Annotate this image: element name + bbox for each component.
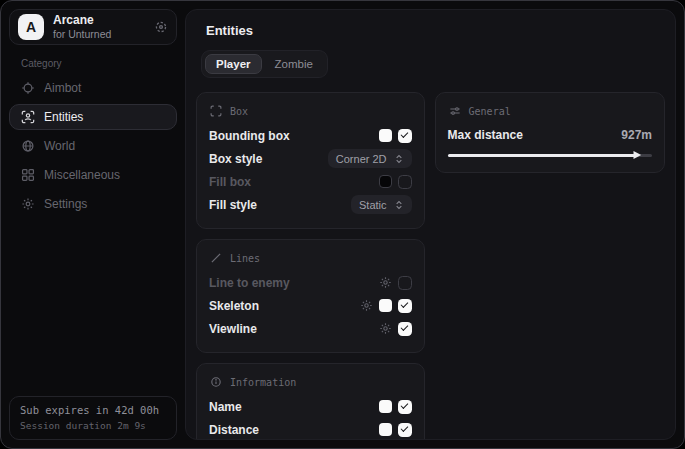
chevrons-up-down-icon — [394, 154, 404, 164]
tab-zombie[interactable]: Zombie — [264, 54, 324, 74]
setting-row-line-to-enemy: Line to enemy — [209, 271, 412, 294]
color-swatch[interactable] — [379, 129, 392, 142]
general-section: General Max distance 927m — [435, 92, 665, 173]
setting-row-fill-box: Fill box — [209, 170, 412, 193]
sidebar-item-miscellaneous[interactable]: Miscellaneous — [9, 162, 177, 188]
subscription-status: Sub expires in 42d 00h Session duration … — [9, 396, 177, 440]
sliders-icon — [449, 105, 461, 117]
section-title: Information — [230, 377, 296, 388]
checkbox[interactable] — [398, 276, 412, 290]
row-settings-gear-icon[interactable] — [379, 276, 392, 289]
sidebar-item-entities[interactable]: Entities — [9, 104, 177, 130]
sidebar-nav: Aimbot Entities World — [9, 75, 177, 217]
sidebar-item-label: World — [44, 139, 75, 153]
color-swatch[interactable] — [379, 175, 392, 188]
category-label: Category — [21, 58, 177, 69]
box-section: Box Bounding box Box style Corner 2D — [196, 92, 425, 229]
globe-icon — [21, 139, 35, 153]
tab-player[interactable]: Player — [205, 54, 262, 74]
row-settings-gear-icon[interactable] — [379, 322, 392, 335]
row-settings-gear-icon[interactable] — [360, 299, 373, 312]
checkbox[interactable] — [398, 129, 412, 143]
box-corners-icon — [210, 105, 222, 117]
page-title: Entities — [206, 23, 665, 38]
max-distance-slider[interactable] — [448, 150, 652, 160]
sidebar-item-settings[interactable]: Settings — [9, 191, 177, 217]
info-icon — [210, 376, 222, 388]
sidebar-item-aimbot[interactable]: Aimbot — [9, 75, 177, 101]
slider-thumb[interactable] — [633, 151, 642, 160]
app-logo: A — [18, 14, 44, 40]
slider-fill — [448, 154, 635, 157]
sidebar-item-label: Entities — [44, 110, 83, 124]
brand-title: Arcane — [53, 14, 145, 28]
setting-row-box-style: Box style Corner 2D — [209, 147, 412, 170]
select-value: Static — [359, 199, 387, 211]
diagonal-line-icon — [210, 252, 222, 264]
box-style-select[interactable]: Corner 2D — [328, 149, 412, 168]
logo-letter: A — [26, 19, 36, 35]
checkbox[interactable] — [398, 423, 412, 437]
checkbox[interactable] — [398, 322, 412, 336]
brand-subtitle: for Unturned — [53, 28, 145, 40]
color-swatch[interactable] — [379, 400, 392, 413]
checkbox[interactable] — [398, 299, 412, 313]
gear-icon — [21, 197, 35, 211]
sub-expiry-text: Sub expires in 42d 00h — [20, 403, 166, 419]
setting-row-fill-style: Fill style Static — [209, 193, 412, 216]
lines-section: Lines Line to enemy — [196, 239, 425, 353]
sidebar-item-label: Settings — [44, 197, 87, 211]
checkbox[interactable] — [398, 175, 412, 189]
app-window: A Arcane for Unturned Category Aimbo — [0, 0, 685, 449]
setting-row-name: Name — [209, 395, 412, 418]
setting-row-distance: Distance — [209, 418, 412, 440]
person-scan-icon — [21, 110, 35, 124]
setting-row-max-distance: Max distance 927m — [448, 124, 652, 146]
sidebar-item-world[interactable]: World — [9, 133, 177, 159]
section-title: General — [469, 106, 511, 117]
main-panel: Entities Player Zombie Box — [185, 9, 676, 440]
sync-icon[interactable] — [154, 20, 168, 34]
setting-row-skeleton: Skeleton — [209, 294, 412, 317]
color-swatch[interactable] — [379, 423, 392, 436]
brand-card: A Arcane for Unturned — [9, 9, 177, 45]
chevrons-up-down-icon — [394, 200, 404, 210]
crosshair-icon — [21, 81, 35, 95]
section-title: Lines — [230, 253, 260, 264]
sidebar: A Arcane for Unturned Category Aimbo — [1, 1, 185, 448]
checkbox[interactable] — [398, 400, 412, 414]
fill-style-select[interactable]: Static — [351, 195, 412, 214]
setting-row-bounding-box: Bounding box — [209, 124, 412, 147]
setting-row-viewline: Viewline — [209, 317, 412, 340]
sidebar-item-label: Aimbot — [44, 81, 81, 95]
sidebar-item-label: Miscellaneous — [44, 168, 120, 182]
session-duration-text: Session duration 2m 9s — [20, 419, 166, 433]
entity-tabbar: Player Zombie — [201, 50, 328, 78]
grid-icon — [21, 168, 35, 182]
max-distance-value: 927m — [621, 128, 652, 142]
select-value: Corner 2D — [336, 153, 387, 165]
information-section: Information Name Distance — [196, 363, 425, 440]
color-swatch[interactable] — [379, 299, 392, 312]
section-title: Box — [230, 106, 248, 117]
